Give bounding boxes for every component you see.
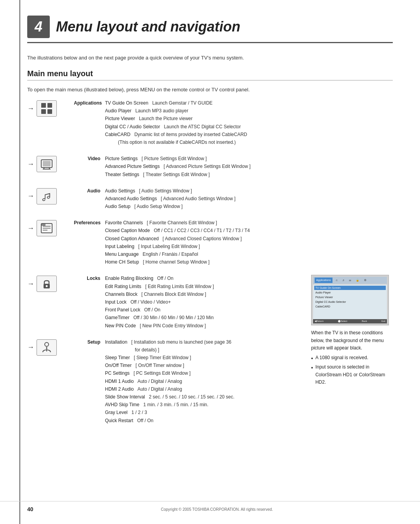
svg-point-16 xyxy=(46,285,48,287)
setup-content: Installation [ Installation sub menu is … xyxy=(105,339,393,425)
intro-text: The illustrations below and on the next … xyxy=(27,55,393,61)
list-item: AVHD Skip Time 1 min. / 3 min. / 5 min. … xyxy=(105,401,393,409)
tv-selected-item: TV Guide On Screen xyxy=(314,286,386,290)
menu-row-audio: → Audio Audio Settings [ Audio Settings … xyxy=(27,187,393,211)
tv-content-item: Digital CC Audio Selector xyxy=(314,300,386,304)
locks-icon xyxy=(40,277,54,291)
list-item: Picture Settings [ Picture Settings Edit… xyxy=(105,155,393,162)
applications-content: TV Guide On Screen Launch Gemstar / TV G… xyxy=(105,100,393,147)
tv-tab-video: ♫ xyxy=(334,278,339,283)
arrow-icon: → xyxy=(27,192,34,200)
arrow-icon-setup: → xyxy=(27,339,74,356)
tv-tab-applications: Applications xyxy=(315,278,332,283)
video-icon xyxy=(40,157,54,171)
arrow-icon: → xyxy=(27,105,34,113)
tv-nav-select: ⬤Select xyxy=(338,320,347,323)
list-item: Quick Restart Off / On xyxy=(105,417,393,424)
applications-icon-box xyxy=(37,100,57,117)
list-item: Sleep Timer [ Sleep Timer Edit Window ] xyxy=(105,354,393,362)
list-item: Closed Caption Advanced [ Advanced Close… xyxy=(105,235,393,243)
list-item: Menu Language English / Franàis / Españo… xyxy=(105,251,393,258)
tv-nav-return: ◀Return xyxy=(315,320,324,323)
list-item: Input Labeling [ Input Labeling Edit Win… xyxy=(105,243,393,250)
list-item: Audio Player Launch MP3 audio player xyxy=(105,107,393,115)
tv-content-item: Audio Player xyxy=(314,290,386,295)
menu-row-video: → Video Picture Settings [ Picture Setti… xyxy=(27,155,393,179)
tv-content-item: CableCARD xyxy=(314,304,386,309)
svg-rect-3 xyxy=(47,109,52,114)
preferences-label: Preferences xyxy=(74,219,105,225)
svg-rect-14 xyxy=(42,224,46,226)
menu-row-setup: → Setup Installation [ Installation sub … xyxy=(27,339,393,425)
list-item: Audio Settings [ Audio Settings Window ] xyxy=(105,187,393,195)
menu-row-applications: → Applications TV Guide On Screen Launch… xyxy=(27,100,393,147)
locks-label: Locks xyxy=(74,275,105,281)
list-item: Closed Caption Mode Off / CC1 / CC2 / CC… xyxy=(105,227,393,234)
tv-tab-locks: 🔒 xyxy=(354,278,361,283)
page-number: 40 xyxy=(27,506,33,512)
svg-rect-0 xyxy=(41,103,46,108)
tv-content-item: Picture Viewer xyxy=(314,295,386,300)
arrow-icon: → xyxy=(27,224,34,232)
list-item: HDMI 2 Audio Auto / Digital / Analog xyxy=(105,386,393,393)
preferences-content: Favorite Channels [ Favorite Channels Ed… xyxy=(105,219,393,266)
locks-icon-box xyxy=(37,276,57,292)
list-item: TV Guide On Screen Launch Gemstar / TV G… xyxy=(105,100,393,107)
tv-content-area: TV Guide On Screen Audio Player Picture … xyxy=(313,285,387,319)
tv-nav-exit: Exit xyxy=(382,320,385,323)
tv-tab-setup: ⚙ xyxy=(362,278,368,283)
preferences-icon xyxy=(40,221,54,235)
list-item: Audio Setup [ Audio Setup Window ] xyxy=(105,203,393,210)
tv-bottom-bar: ◀Return ⬤Select Back Exit xyxy=(313,319,387,324)
applications-label: Applications xyxy=(74,100,105,106)
arrow-icon-preferences: → xyxy=(27,220,74,236)
arrow-icon-applications: → xyxy=(27,100,74,117)
arrow-icon-audio: → xyxy=(27,188,74,204)
video-content: Picture Settings [ Picture Settings Edit… xyxy=(105,155,393,179)
svg-point-17 xyxy=(45,342,49,346)
list-item: CableCARD Dynamic list of items provided… xyxy=(105,131,393,138)
arrow-icon: → xyxy=(27,160,34,168)
arrow-icon-video: → xyxy=(27,156,74,172)
list-item: Favorite Channels [ Favorite Channels Ed… xyxy=(105,219,393,227)
tv-tab-prefs: ⚌ xyxy=(347,278,353,283)
list-item: Theater Settings [ Theater Settings Edit… xyxy=(105,171,393,178)
page-footer: 40 Copyright © 2005 TOSHIBA CORPORATION.… xyxy=(0,501,420,512)
tv-nav-back: Back xyxy=(362,320,367,323)
menu-row-locks: → Locks Enable Rating Blocking Off / On … xyxy=(27,275,393,330)
audio-icon xyxy=(40,189,54,203)
left-border-line xyxy=(19,0,20,524)
tv-menu-bar: Applications ♫ ♬ ⚌ 🔒 ⚙ xyxy=(313,277,387,283)
arrow-icon-locks: → xyxy=(27,276,74,292)
svg-rect-5 xyxy=(43,161,51,166)
arrow-icon: → xyxy=(27,280,34,288)
list-item: HDMI 1 Audio Auto / Digital / Analog xyxy=(105,378,393,385)
list-item: PC Settings [ PC Settings Edit Window ] xyxy=(105,370,393,377)
arrow-icon: → xyxy=(27,343,34,351)
list-item: Advanced Audio Settings [ Advanced Audio… xyxy=(105,195,393,203)
list-item: Advanced Picture Settings [ Advanced Pic… xyxy=(105,163,393,170)
list-item: Installation [ Installation sub menu is … xyxy=(105,339,393,346)
menu-layout: → Applications TV Guide On Screen Launch… xyxy=(27,100,393,425)
tv-tab-audio: ♬ xyxy=(341,278,346,283)
section-heading: Main menu layout xyxy=(27,69,393,80)
list-item: Gray Level 1 / 2 / 3 xyxy=(105,409,393,416)
video-icon-box xyxy=(37,156,57,172)
list-item: for details) ] xyxy=(105,346,393,354)
preferences-icon-box xyxy=(37,220,57,236)
list-item: Digital CC / Audio Selector Launch the A… xyxy=(105,123,393,131)
list-item: (This option is not available if CableCA… xyxy=(105,139,393,146)
section-intro: To open the main menus (illustrated belo… xyxy=(27,87,393,93)
list-item: Slide Show Interval 2 sec. / 5 sec. / 10… xyxy=(105,393,393,401)
audio-content: Audio Settings [ Audio Settings Window ]… xyxy=(105,187,393,211)
audio-label: Audio xyxy=(74,187,105,194)
chapter-title: Menu layout and navigation xyxy=(56,19,240,35)
applications-icon xyxy=(40,101,54,115)
svg-rect-1 xyxy=(47,103,52,108)
video-label: Video xyxy=(74,155,105,161)
copyright-text: Copyright © 2005 TOSHIBA CORPORATION. Al… xyxy=(41,507,393,512)
audio-icon-box xyxy=(37,188,57,204)
list-item: Home CH Setup [ Home channel Setup Windo… xyxy=(105,259,393,266)
chapter-header: 4 Menu layout and navigation xyxy=(27,16,393,43)
setup-icon xyxy=(40,341,54,355)
